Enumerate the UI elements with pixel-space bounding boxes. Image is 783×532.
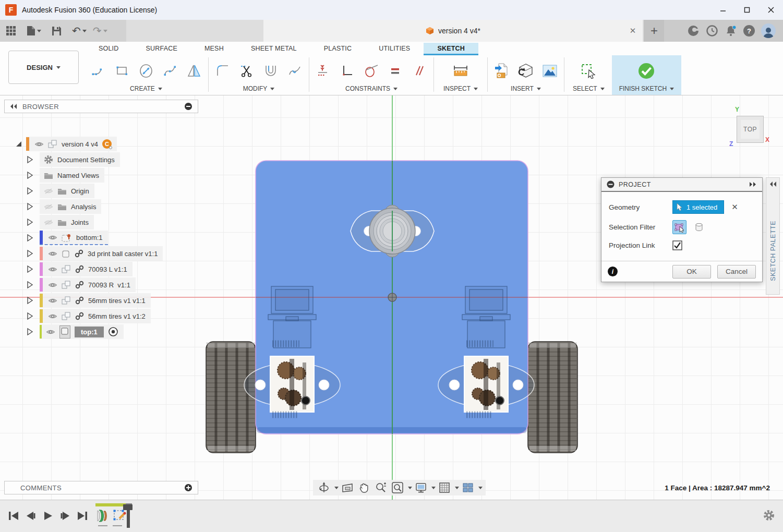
timeline-settings-gear-icon[interactable]: [763, 510, 775, 523]
tab-surface[interactable]: SURFACE: [132, 43, 191, 55]
job-status-clock-icon[interactable]: [706, 25, 718, 37]
new-document-tab-button[interactable]: +: [644, 20, 665, 42]
orbit-dropdown-caret[interactable]: [334, 487, 339, 489]
tree-row-document-settings[interactable]: Document Settings: [26, 152, 120, 167]
tree-item-label[interactable]: Analysis: [71, 203, 96, 211]
pan-button[interactable]: [356, 480, 372, 495]
fit-button[interactable]: [390, 480, 405, 495]
tree-item-label[interactable]: bottom:1: [76, 234, 103, 241]
visibility-eye-icon[interactable]: [48, 234, 57, 241]
sketch-palette-strip[interactable]: SKETCH PALETTE: [766, 177, 780, 295]
tree-item-label[interactable]: Joints: [71, 219, 89, 226]
create-menu[interactable]: CREATE: [130, 85, 162, 94]
step-back-button[interactable]: [25, 509, 37, 523]
visibility-eye-icon[interactable]: [34, 141, 44, 148]
collapsed-arrow-icon[interactable]: [26, 249, 34, 258]
visibility-eye-icon[interactable]: [48, 297, 57, 304]
expand-palette-icon[interactable]: [769, 181, 777, 187]
tree-row-named-views[interactable]: Named Views: [26, 167, 104, 183]
close-button[interactable]: [759, 0, 783, 20]
minimize-button[interactable]: [711, 0, 735, 20]
visibility-eye-icon[interactable]: [48, 313, 57, 320]
add-comment-icon[interactable]: [184, 483, 192, 492]
spline-tool-button[interactable]: [160, 59, 180, 82]
visibility-eye-icon[interactable]: [48, 266, 57, 273]
tree-item-label[interactable]: 70093 L v1:1: [88, 265, 127, 273]
tree-row-70093-l[interactable]: 70093 L v1:1: [26, 261, 132, 277]
trim-tool-button[interactable]: [237, 59, 257, 82]
fit-dropdown-caret[interactable]: [408, 487, 412, 489]
collapsed-arrow-icon[interactable]: [26, 218, 34, 226]
tangent-constraint-button[interactable]: [362, 59, 381, 82]
inspect-menu[interactable]: INSPECT: [443, 85, 478, 94]
tree-item-label[interactable]: 56mm tires v1 v1:2: [88, 312, 146, 320]
insert-menu[interactable]: INSERT: [511, 85, 541, 94]
save-button[interactable]: [50, 24, 63, 38]
mirror-tool-button[interactable]: [184, 59, 204, 82]
tab-sheet-metal[interactable]: SHEET METAL: [237, 43, 310, 55]
play-button[interactable]: [42, 509, 54, 523]
display-dropdown-caret[interactable]: [431, 487, 436, 489]
document-tab[interactable]: version 4 v4* ✕: [263, 20, 643, 42]
info-icon[interactable]: i: [608, 267, 618, 276]
select-menu[interactable]: SELECT: [573, 85, 605, 94]
tree-row-bottom-1[interactable]: bottom:1: [26, 230, 108, 246]
filter-bodies-button[interactable]: [692, 220, 706, 234]
tree-row-root[interactable]: version 4 v4 C: [15, 136, 117, 152]
insert-derive-button[interactable]: [516, 59, 536, 82]
tree-row-origin[interactable]: Origin: [26, 183, 94, 199]
workspace-switcher[interactable]: DESIGN: [8, 51, 79, 84]
tab-solid[interactable]: SOLID: [85, 43, 132, 55]
timeline-position-marker[interactable]: [123, 504, 132, 510]
redo-button[interactable]: ↷: [91, 23, 109, 38]
collapsed-arrow-icon[interactable]: [26, 265, 34, 273]
measure-tool-button[interactable]: [451, 59, 471, 82]
file-menu-button[interactable]: [25, 23, 43, 38]
collapsed-arrow-icon[interactable]: [26, 171, 34, 179]
sketch-origin-point[interactable]: [388, 293, 396, 301]
viewcube[interactable]: TOP: [737, 116, 764, 143]
collapsed-arrow-icon[interactable]: [26, 281, 34, 289]
finish-sketch-button[interactable]: [636, 59, 656, 82]
tree-row-ball-caster[interactable]: 3d print ball caster v1:1: [26, 246, 163, 261]
right-wheel[interactable]: [528, 342, 577, 453]
viewport-canvas[interactable]: TOP Y X Z BROWSER version 4 v4 C: [0, 95, 783, 500]
fix-constraint-button[interactable]: [314, 59, 333, 82]
collapsed-arrow-icon[interactable]: [26, 328, 34, 336]
user-avatar[interactable]: [761, 23, 776, 38]
ok-button[interactable]: OK: [672, 265, 711, 279]
visibility-eye-icon[interactable]: [46, 329, 55, 335]
insert-canvas-button[interactable]: [540, 59, 560, 82]
projection-link-checkbox[interactable]: [672, 240, 682, 250]
tree-item-label[interactable]: Document Settings: [57, 156, 115, 164]
collapsed-arrow-icon[interactable]: [26, 296, 34, 305]
collapse-dialog-icon[interactable]: [607, 180, 615, 188]
viewports-button[interactable]: [460, 480, 476, 495]
step-forward-button[interactable]: [59, 509, 71, 523]
tree-row-70093-r[interactable]: 70093 R v1:1: [26, 277, 136, 293]
tree-item-label-selected[interactable]: top:1: [75, 327, 104, 337]
parallel-constraint-button[interactable]: [409, 59, 429, 82]
extensions-icon[interactable]: [687, 25, 700, 37]
collapsed-arrow-icon[interactable]: [26, 312, 34, 320]
zoom-button[interactable]: [373, 480, 389, 495]
tab-mesh[interactable]: MESH: [191, 43, 237, 55]
tree-row-analysis[interactable]: Analysis: [26, 199, 101, 214]
visibility-eye-icon[interactable]: [48, 250, 57, 257]
visibility-off-icon[interactable]: [44, 203, 53, 210]
undo-button[interactable]: ↶: [70, 23, 88, 38]
curvature-tool-button[interactable]: [285, 59, 305, 82]
modify-menu[interactable]: MODIFY: [243, 85, 275, 94]
maximize-button[interactable]: [735, 0, 759, 20]
collapsed-arrow-icon[interactable]: [26, 187, 34, 195]
finish-sketch-menu[interactable]: FINISH SKETCH: [619, 85, 674, 94]
help-icon[interactable]: ?: [743, 25, 755, 37]
tab-plastic[interactable]: PLASTIC: [310, 43, 366, 55]
tree-row-tires-2[interactable]: 56mm tires v1 v1:2: [26, 308, 151, 324]
tree-item-label[interactable]: Origin: [71, 187, 89, 195]
app-grid-button[interactable]: [4, 23, 18, 38]
select-tool-button[interactable]: [579, 59, 598, 82]
look-at-button[interactable]: [340, 480, 355, 495]
timeline-component-feature[interactable]: [95, 507, 109, 525]
go-to-end-button[interactable]: [76, 509, 89, 523]
